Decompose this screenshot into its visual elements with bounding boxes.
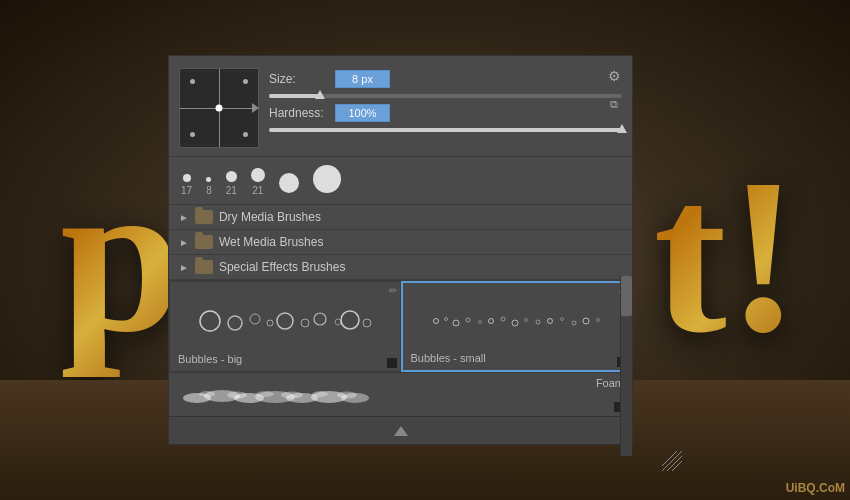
svg-point-18 <box>525 319 528 322</box>
black-square-big <box>387 358 397 368</box>
svg-line-40 <box>672 461 682 471</box>
svg-point-33 <box>227 391 247 398</box>
bubbles-small-svg <box>426 301 606 336</box>
foam-preview <box>177 377 588 412</box>
svg-point-36 <box>312 391 328 397</box>
brush-size-item-4[interactable]: 21 <box>251 168 265 196</box>
pencil-icon-big: ✏ <box>389 285 397 296</box>
svg-point-5 <box>301 319 309 327</box>
svg-point-9 <box>363 319 371 327</box>
foam-row[interactable]: Foam <box>169 372 632 416</box>
brush-size-item-1[interactable]: 17 <box>181 174 192 196</box>
svg-point-22 <box>572 321 576 325</box>
settings-icon[interactable]: ⚙ <box>604 66 624 86</box>
svg-point-2 <box>250 314 260 324</box>
brush-size-row: 17 8 21 21 <box>169 157 632 205</box>
svg-point-37 <box>337 391 357 398</box>
folder-name-3: Special Effects Brushes <box>219 260 346 274</box>
brush-list: ► Dry Media Brushes ► Wet Media Brushes … <box>169 205 632 416</box>
bottom-arrow-icon <box>394 426 408 436</box>
hardness-slider-fill <box>269 128 622 132</box>
letter-p: p <box>60 130 182 383</box>
panel-top: Size: 8 px Hardness: 100% <box>169 56 632 157</box>
folder-name-2: Wet Media Brushes <box>219 235 324 249</box>
hardness-value-box[interactable]: 100% <box>335 104 390 122</box>
crosshair-dot-bl <box>190 132 195 137</box>
bubbles-big-name: Bubbles - big <box>178 353 392 365</box>
crosshair-dot-tl <box>190 79 195 84</box>
brush-size-label-3: 21 <box>226 185 237 196</box>
brush-size-item-2[interactable]: 8 <box>206 177 212 196</box>
panel-scrollbar[interactable] <box>620 276 632 456</box>
svg-point-34 <box>256 391 274 397</box>
svg-point-19 <box>536 320 540 324</box>
folder-icon-2 <box>195 235 213 249</box>
hardness-slider-track[interactable] <box>269 128 622 132</box>
svg-point-3 <box>267 320 273 326</box>
svg-point-15 <box>489 319 494 324</box>
folder-arrow-2: ► <box>179 237 189 248</box>
brush-size-item-5[interactable] <box>279 173 299 196</box>
svg-point-4 <box>277 313 293 329</box>
brush-cell-bubbles-big[interactable]: ✏ Bubbles <box>169 281 401 372</box>
size-label: Size: <box>269 72 327 86</box>
brush-size-label-4: 21 <box>252 185 263 196</box>
hardness-slider-row <box>269 128 622 132</box>
folder-icon-1 <box>195 210 213 224</box>
svg-point-20 <box>548 319 553 324</box>
folder-icon-3 <box>195 260 213 274</box>
svg-point-13 <box>466 318 470 322</box>
svg-point-21 <box>561 318 564 321</box>
svg-point-0 <box>200 311 220 331</box>
svg-point-8 <box>341 311 359 329</box>
brush-size-item-3[interactable]: 21 <box>226 171 237 196</box>
svg-point-7 <box>335 319 341 325</box>
brush-size-label-2: 8 <box>206 185 212 196</box>
hardness-slider-thumb[interactable] <box>617 124 627 133</box>
resize-icon[interactable]: ⧉ <box>604 94 624 114</box>
panel-icons-top: ⚙ ⧉ <box>604 66 624 114</box>
scrollbar-thumb[interactable] <box>621 276 632 316</box>
svg-point-12 <box>453 320 459 326</box>
brush-panel: Size: 8 px Hardness: 100% <box>168 55 633 445</box>
hardness-label: Hardness: <box>269 106 327 120</box>
brush-dot-5 <box>279 173 299 193</box>
svg-point-11 <box>445 318 448 321</box>
size-value-box[interactable]: 8 px <box>335 70 390 88</box>
hardness-row: Hardness: 100% <box>269 104 622 122</box>
folder-arrow-1: ► <box>179 212 189 223</box>
size-slider-thumb[interactable] <box>315 90 325 99</box>
foam-svg <box>177 380 377 410</box>
svg-point-10 <box>434 319 439 324</box>
svg-point-32 <box>199 391 215 397</box>
svg-point-14 <box>479 321 482 324</box>
svg-line-38 <box>662 451 682 471</box>
brush-preview-box <box>179 68 259 148</box>
brush-dot-4 <box>251 168 265 182</box>
brush-dot-3 <box>226 171 237 182</box>
crosshair-dot-mid <box>216 105 223 112</box>
preview-arrow-right <box>252 103 259 113</box>
brush-cell-bubbles-small[interactable]: ✏ <box>401 281 633 372</box>
svg-point-23 <box>583 318 589 324</box>
bubbles-big-svg <box>195 301 375 336</box>
size-slider-track[interactable] <box>269 94 622 98</box>
folder-wet-media[interactable]: ► Wet Media Brushes <box>169 230 632 255</box>
brush-size-label-1: 17 <box>181 185 192 196</box>
bubbles-small-name: Bubbles - small <box>411 352 623 364</box>
brush-size-item-6[interactable] <box>313 165 341 196</box>
size-slider-row <box>269 94 622 98</box>
controls-right: Size: 8 px Hardness: 100% <box>269 68 622 148</box>
brush-dot-6 <box>313 165 341 193</box>
svg-point-6 <box>314 313 326 325</box>
bubbles-big-preview <box>178 292 392 345</box>
folder-special-effects[interactable]: ► Special Effects Brushes <box>169 255 632 280</box>
brush-dot-1 <box>183 174 191 182</box>
svg-point-35 <box>281 391 303 398</box>
crosshair-dot-tr <box>243 79 248 84</box>
bubbles-small-preview <box>411 293 623 344</box>
folder-dry-media[interactable]: ► Dry Media Brushes <box>169 205 632 230</box>
diagonal-lines <box>662 451 682 471</box>
svg-point-1 <box>228 316 242 330</box>
brush-grid: ✏ Bubbles <box>169 280 632 372</box>
